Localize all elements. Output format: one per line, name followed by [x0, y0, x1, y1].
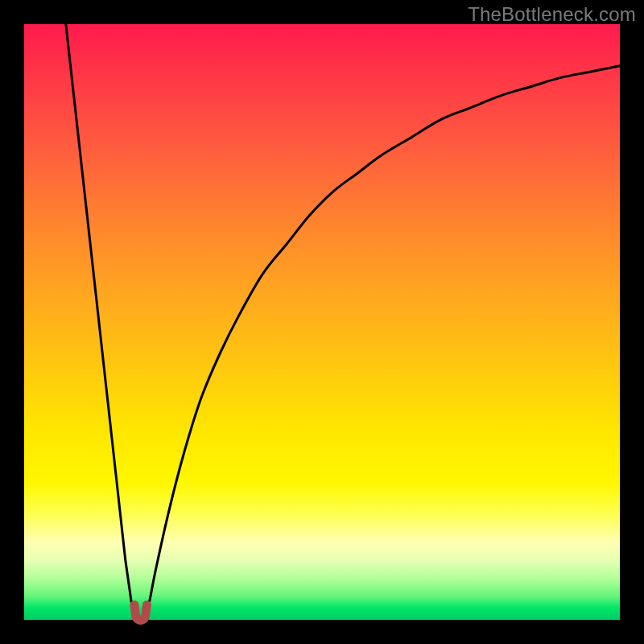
valley-marker	[134, 605, 147, 621]
curve-layer	[66, 24, 620, 620]
chart-plot-area	[24, 24, 620, 620]
valley-marker-path	[134, 605, 147, 621]
left-curve-path	[66, 24, 138, 620]
chart-frame: TheBottleneck.com	[0, 0, 644, 644]
chart-svg	[24, 24, 620, 620]
right-curve-path	[143, 66, 620, 620]
watermark-label: TheBottleneck.com	[468, 3, 636, 26]
